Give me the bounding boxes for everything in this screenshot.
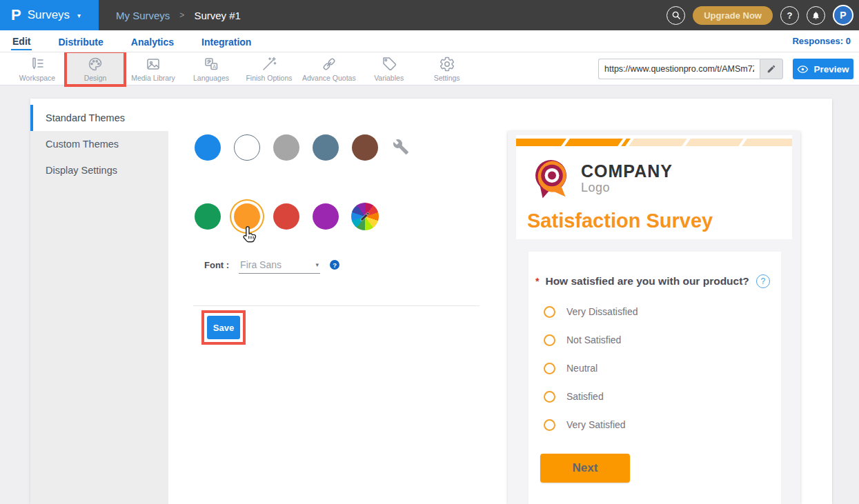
notifications-button[interactable] <box>807 6 825 25</box>
company-logo-subtext: Logo <box>581 181 673 195</box>
survey-preview-header: COMPANY Logo Satisfaction Survey <box>516 135 792 239</box>
toolbar-media-library[interactable]: Media Library <box>124 52 182 85</box>
tab-integration[interactable]: Integration <box>200 33 253 50</box>
toolbar-design[interactable]: Design <box>66 52 124 85</box>
responses-count: Responses: 0 <box>792 36 851 46</box>
chevron-down-icon: ▾ <box>77 12 81 19</box>
sidebar-item-standard-themes[interactable]: Standard Themes <box>30 105 168 131</box>
font-help-icon[interactable]: ? <box>330 260 339 270</box>
search-button[interactable] <box>667 6 685 25</box>
toolbar-variables[interactable]: Variables <box>360 52 418 85</box>
radio-icon[interactable] <box>544 363 555 374</box>
tab-analytics[interactable]: Analytics <box>130 33 175 50</box>
save-highlight-box: Save <box>201 310 246 345</box>
theme-color-purple[interactable] <box>313 203 339 230</box>
sidebar-item-display-settings[interactable]: Display Settings <box>30 157 168 183</box>
option-label: Neutral <box>566 363 598 374</box>
answer-option[interactable]: Very Dissatisfied <box>544 305 638 319</box>
topbar-actions: Upgrade Now ? P <box>667 0 853 30</box>
section-divider <box>193 305 480 306</box>
theme-color-orange-selected[interactable] <box>234 203 260 230</box>
questionpro-logo-icon: P <box>11 8 21 23</box>
gear-icon <box>439 56 455 72</box>
preview-button[interactable]: Preview <box>793 59 853 79</box>
answer-option[interactable]: Very Satisfied <box>544 418 626 432</box>
image-icon <box>145 56 161 72</box>
question-row: * How satisfied are you with our product… <box>535 274 774 288</box>
bell-icon <box>811 11 820 20</box>
next-button[interactable]: Next <box>540 454 630 483</box>
question-help-icon[interactable]: ? <box>756 274 770 288</box>
survey-preview-pane: COMPANY Logo Satisfaction Survey * How s… <box>508 131 800 504</box>
save-button[interactable]: Save <box>207 316 240 339</box>
help-button[interactable]: ? <box>780 6 799 25</box>
company-logo-text: COMPANY <box>581 162 673 180</box>
survey-title: Satisfaction Survey <box>527 210 713 232</box>
answer-option[interactable]: Neutral <box>544 361 598 375</box>
company-logo-block: COMPANY Logo <box>531 156 673 201</box>
required-asterisk: * <box>535 276 539 287</box>
theme-color-blue[interactable] <box>195 134 221 161</box>
share-url-input[interactable] <box>598 59 760 79</box>
survey-progress-bar <box>516 139 792 146</box>
company-logo-pin-icon <box>531 156 573 201</box>
brand-label: Surveys <box>28 8 70 22</box>
wrench-icon <box>393 139 409 155</box>
eye-icon <box>797 63 809 75</box>
survey-section-nav: Edit Distribute Analytics Integration Re… <box>0 30 859 52</box>
answer-option[interactable]: Not Satisfied <box>544 333 621 347</box>
preview-label: Preview <box>813 64 849 74</box>
breadcrumb-my-surveys[interactable]: My Surveys <box>116 10 170 21</box>
toolbar-advance-quotas[interactable]: Advance Quotas <box>298 52 360 85</box>
customize-theme-button[interactable] <box>393 139 409 158</box>
search-icon <box>671 10 681 20</box>
theme-color-brown[interactable] <box>352 134 378 161</box>
theme-color-gray[interactable] <box>273 134 299 161</box>
toolbar-settings[interactable]: Settings <box>418 52 476 85</box>
question-card: * How satisfied are you with our product… <box>529 252 781 504</box>
radio-icon[interactable] <box>544 391 555 403</box>
toolbar-label: Advance Quotas <box>302 74 356 82</box>
account-avatar[interactable]: P <box>833 5 853 26</box>
tab-edit[interactable]: Edit <box>11 32 32 50</box>
radio-icon[interactable] <box>544 419 555 431</box>
toolbar-label: Languages <box>193 74 229 82</box>
option-label: Not Satisfied <box>566 334 621 345</box>
workspace-icon <box>29 56 46 72</box>
brand-menu[interactable]: P Surveys ▾ <box>0 0 99 30</box>
font-selector-row: Font : Fira Sans ▾ ? <box>204 258 339 274</box>
breadcrumb-separator: > <box>179 10 184 20</box>
toolbar-finish-options[interactable]: Finish Options <box>240 52 298 85</box>
toolbar-languages[interactable]: A Languages <box>182 52 240 85</box>
progress-segment-empty <box>685 139 744 146</box>
question-text: How satisfied are you with our product? <box>545 275 749 288</box>
design-sidebar: Standard Themes Custom Themes Display Se… <box>30 99 168 504</box>
sidebar-background: Custom Themes Display Settings <box>30 131 168 504</box>
theme-color-white[interactable] <box>234 134 260 161</box>
translate-icon: A <box>203 56 219 72</box>
svg-text:A: A <box>213 64 216 69</box>
edit-toolbar: Workspace Design Media Library A Languag… <box>0 52 859 85</box>
edit-url-button[interactable] <box>760 59 783 79</box>
share-url-group <box>598 59 783 79</box>
tag-icon <box>381 56 397 72</box>
answer-option[interactable]: Satisfied <box>544 390 604 403</box>
font-dropdown[interactable]: Fira Sans ▾ <box>239 258 320 274</box>
theme-color-green[interactable] <box>195 203 221 230</box>
wand-icon <box>261 56 277 72</box>
custom-color-picker[interactable] <box>351 203 379 230</box>
sidebar-item-custom-themes[interactable]: Custom Themes <box>30 131 168 157</box>
upgrade-now-button[interactable]: Upgrade Now <box>693 6 773 25</box>
top-navbar: P Surveys ▾ My Surveys > Survey #1 Upgra… <box>0 0 859 30</box>
font-label: Font : <box>204 258 229 270</box>
pencil-icon <box>767 64 776 74</box>
progress-segment-empty <box>742 139 792 146</box>
radio-icon[interactable] <box>544 306 555 318</box>
theme-color-slate[interactable] <box>313 134 339 161</box>
radio-icon[interactable] <box>544 334 555 346</box>
breadcrumb: My Surveys > Survey #1 <box>116 0 241 30</box>
theme-color-red[interactable] <box>273 203 299 230</box>
tab-distribute[interactable]: Distribute <box>57 33 104 50</box>
toolbar-workspace[interactable]: Workspace <box>8 52 66 85</box>
option-label: Very Satisfied <box>566 419 626 430</box>
